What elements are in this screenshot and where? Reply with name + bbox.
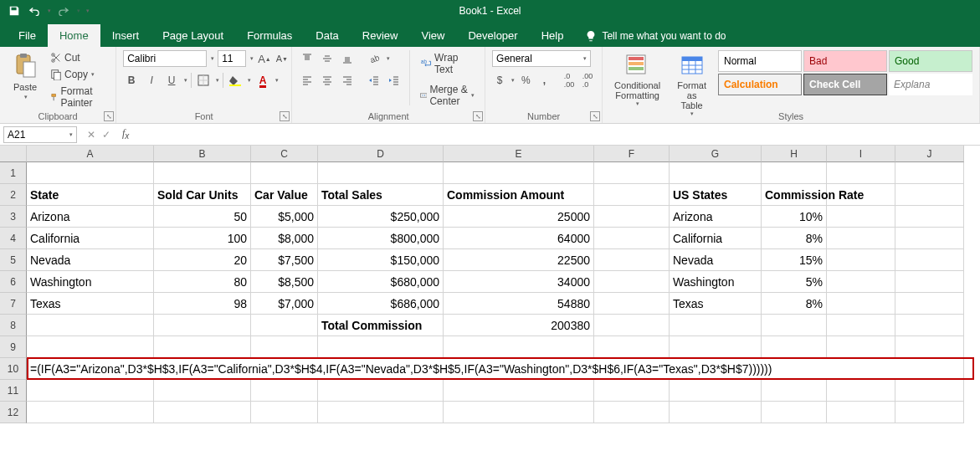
cell[interactable]: 100	[154, 228, 251, 249]
cell[interactable]: $686,000	[318, 293, 444, 315]
undo-button[interactable]	[27, 3, 42, 18]
select-all-button[interactable]	[0, 146, 27, 162]
fill-color-button[interactable]	[227, 72, 244, 89]
row-header[interactable]: 1	[0, 162, 27, 184]
cell[interactable]: 25000	[444, 206, 594, 228]
redo-dropdown[interactable]: ▾	[77, 8, 80, 14]
style-good[interactable]: Good	[889, 50, 972, 72]
cell[interactable]: $7,500	[251, 249, 318, 271]
cell[interactable]	[594, 293, 670, 315]
tab-data[interactable]: Data	[304, 24, 350, 47]
cell[interactable]	[251, 336, 318, 358]
format-as-table-button[interactable]: Format as Table▾	[672, 50, 711, 119]
cell[interactable]: Commission Amount	[444, 184, 594, 206]
cell[interactable]	[827, 380, 895, 402]
cell[interactable]	[827, 315, 895, 336]
cell[interactable]	[895, 380, 964, 402]
cell-formula-display[interactable]: =(IF(A3="Arizona",D3*$H$3,IF(A3="Califor…	[27, 358, 964, 380]
cell[interactable]	[895, 184, 964, 206]
tab-page-layout[interactable]: Page Layout	[151, 24, 235, 47]
cell[interactable]	[762, 402, 827, 423]
cell[interactable]: $5,000	[251, 206, 318, 228]
tab-review[interactable]: Review	[351, 24, 410, 47]
col-header-I[interactable]: I	[827, 146, 895, 162]
cell[interactable]	[762, 336, 827, 358]
cell[interactable]	[895, 402, 964, 423]
align-right-button[interactable]	[339, 72, 356, 89]
col-header-C[interactable]: C	[251, 146, 318, 162]
row-header[interactable]: 8	[0, 315, 27, 336]
cell[interactable]	[251, 380, 318, 402]
conditional-formatting-button[interactable]: Conditional Formatting▾	[609, 50, 665, 109]
tab-help[interactable]: Help	[530, 24, 576, 47]
cells-area[interactable]: State Sold Car Units Car Value Total Sal…	[27, 162, 964, 423]
accounting-dropdown[interactable]: ▾	[511, 77, 515, 84]
cell[interactable]: Washington	[670, 271, 762, 293]
cell[interactable]: $250,000	[318, 206, 444, 228]
cell[interactable]	[827, 184, 895, 206]
align-center-button[interactable]	[319, 72, 336, 89]
qat-customize[interactable]: ▾	[86, 8, 90, 14]
cell[interactable]: 98	[154, 293, 251, 315]
paste-button[interactable]: Paste ▾	[7, 50, 44, 102]
cell[interactable]	[827, 249, 895, 271]
col-header-D[interactable]: D	[318, 146, 444, 162]
cell[interactable]: $800,000	[318, 228, 444, 249]
increase-font-button[interactable]: A▲	[257, 50, 272, 67]
cell[interactable]	[895, 228, 964, 249]
cell[interactable]	[827, 206, 895, 228]
increase-indent-button[interactable]	[386, 72, 403, 89]
cell[interactable]	[154, 402, 251, 423]
cancel-formula-button[interactable]: ✕	[87, 129, 95, 141]
cell-styles-gallery[interactable]: Normal Bad Good Calculation Check Cell E…	[718, 50, 972, 95]
italic-button[interactable]: I	[143, 72, 160, 89]
copy-button[interactable]: Copy ▾	[47, 67, 109, 82]
cell[interactable]	[444, 402, 594, 423]
cell[interactable]	[594, 271, 670, 293]
style-explanatory[interactable]: Explana	[889, 74, 972, 95]
row-header[interactable]: 11	[0, 380, 27, 402]
cell[interactable]: 10%	[762, 206, 827, 228]
redo-button[interactable]	[56, 3, 71, 18]
cell[interactable]: $8,500	[251, 271, 318, 293]
merge-center-button[interactable]: Merge & Center ▾	[417, 82, 478, 109]
font-size-input[interactable]	[218, 50, 246, 67]
cell[interactable]	[670, 336, 762, 358]
align-left-button[interactable]	[299, 72, 316, 89]
row-header[interactable]: 7	[0, 293, 27, 315]
cell[interactable]	[251, 402, 318, 423]
col-header-F[interactable]: F	[594, 146, 670, 162]
name-box[interactable]: A21 ▾	[3, 126, 77, 143]
cell[interactable]	[594, 336, 670, 358]
style-bad[interactable]: Bad	[803, 50, 887, 72]
font-color-button[interactable]: A	[254, 72, 271, 89]
cell[interactable]: 34000	[444, 271, 594, 293]
number-format-select[interactable]: General ▾	[492, 50, 591, 67]
cell[interactable]: State	[27, 184, 154, 206]
col-header-G[interactable]: G	[670, 146, 762, 162]
cell[interactable]	[827, 402, 895, 423]
cell[interactable]: California	[27, 228, 154, 249]
cell[interactable]: $680,000	[318, 271, 444, 293]
cell[interactable]	[594, 162, 670, 184]
tab-view[interactable]: View	[409, 24, 456, 47]
cell[interactable]	[594, 184, 670, 206]
cut-button[interactable]: Cut	[47, 50, 109, 65]
cell[interactable]	[251, 315, 318, 336]
col-header-B[interactable]: B	[154, 146, 251, 162]
cell[interactable]: Commission Rate	[762, 184, 827, 206]
underline-dropdown[interactable]: ▾	[184, 77, 187, 84]
cell[interactable]	[27, 402, 154, 423]
cell[interactable]: $150,000	[318, 249, 444, 271]
font-size-dropdown[interactable]: ▾	[250, 55, 254, 62]
cell[interactable]	[318, 402, 444, 423]
cell[interactable]	[251, 162, 318, 184]
wrap-text-button[interactable]: ab Wrap Text	[417, 50, 478, 77]
cell[interactable]: 54880	[444, 293, 594, 315]
bold-button[interactable]: B	[123, 72, 140, 89]
tell-me-search[interactable]: Tell me what you want to do	[575, 25, 736, 47]
format-painter-button[interactable]: Format Painter	[47, 84, 109, 110]
cell[interactable]	[154, 315, 251, 336]
enter-formula-button[interactable]: ✓	[102, 129, 110, 141]
underline-button[interactable]: U	[163, 72, 180, 89]
